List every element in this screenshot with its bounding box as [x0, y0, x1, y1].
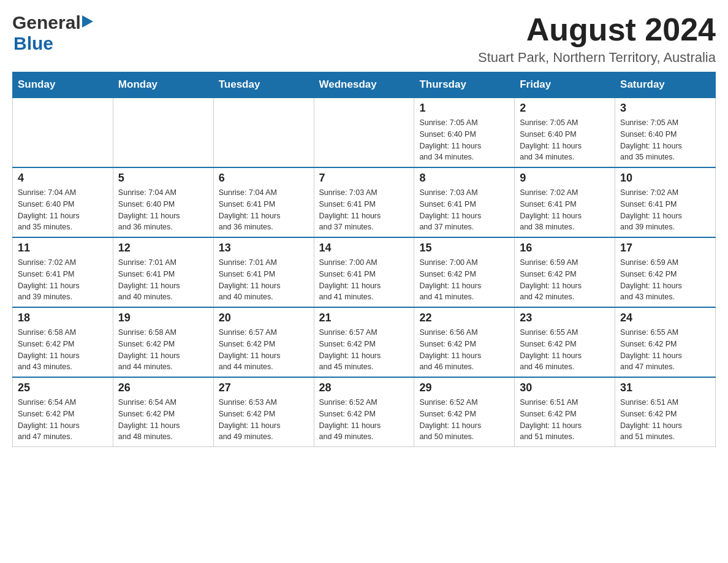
day-number: 18 [18, 312, 108, 324]
calendar-day-17: 17Sunrise: 6:59 AMSunset: 6:42 PMDayligh… [615, 237, 716, 307]
calendar-day-10: 10Sunrise: 7:02 AMSunset: 6:41 PMDayligh… [615, 167, 716, 237]
calendar-day-5: 5Sunrise: 7:04 AMSunset: 6:40 PMDaylight… [113, 167, 213, 237]
calendar-header-friday: Friday [515, 72, 615, 98]
day-info: Sunrise: 6:54 AMSunset: 6:42 PMDaylight:… [118, 397, 208, 443]
day-number: 19 [118, 312, 208, 324]
day-info: Sunrise: 6:51 AMSunset: 6:42 PMDaylight:… [620, 397, 710, 443]
calendar-day-29: 29Sunrise: 6:52 AMSunset: 6:42 PMDayligh… [414, 377, 515, 447]
day-info: Sunrise: 6:51 AMSunset: 6:42 PMDaylight:… [520, 397, 610, 443]
calendar-day-7: 7Sunrise: 7:03 AMSunset: 6:41 PMDaylight… [314, 167, 414, 237]
day-info: Sunrise: 7:01 AMSunset: 6:41 PMDaylight:… [219, 257, 309, 303]
day-number: 12 [118, 242, 208, 255]
day-number: 16 [520, 242, 610, 255]
calendar-day-28: 28Sunrise: 6:52 AMSunset: 6:42 PMDayligh… [314, 377, 414, 447]
calendar-week-3: 11Sunrise: 7:02 AMSunset: 6:41 PMDayligh… [13, 237, 716, 307]
day-info: Sunrise: 6:59 AMSunset: 6:42 PMDaylight:… [520, 257, 610, 303]
day-number: 9 [520, 172, 610, 185]
calendar-day-empty-0-0 [13, 98, 113, 167]
day-info: Sunrise: 6:57 AMSunset: 6:42 PMDaylight:… [219, 327, 309, 373]
calendar-header-sunday: Sunday [13, 72, 113, 98]
day-number: 31 [620, 381, 710, 394]
day-number: 13 [219, 242, 309, 255]
day-info: Sunrise: 6:52 AMSunset: 6:42 PMDaylight:… [319, 397, 409, 443]
calendar-header-monday: Monday [113, 72, 213, 98]
calendar-day-15: 15Sunrise: 7:00 AMSunset: 6:42 PMDayligh… [414, 237, 515, 307]
calendar-header-saturday: Saturday [615, 72, 716, 98]
day-number: 11 [18, 242, 108, 255]
month-title: August 2024 [478, 12, 716, 47]
day-number: 27 [219, 381, 309, 394]
location-title: Stuart Park, Northern Territory, Austral… [478, 50, 716, 66]
logo: General Blue [12, 12, 93, 54]
day-info: Sunrise: 6:55 AMSunset: 6:42 PMDaylight:… [620, 327, 710, 373]
calendar-day-1: 1Sunrise: 7:05 AMSunset: 6:40 PMDaylight… [414, 98, 515, 167]
day-number: 14 [319, 242, 409, 255]
calendar-day-9: 9Sunrise: 7:02 AMSunset: 6:41 PMDaylight… [515, 167, 615, 237]
day-info: Sunrise: 7:04 AMSunset: 6:40 PMDaylight:… [118, 187, 208, 233]
calendar-week-2: 4Sunrise: 7:04 AMSunset: 6:40 PMDaylight… [13, 167, 716, 237]
logo-blue-text: Blue [13, 33, 53, 54]
day-info: Sunrise: 7:05 AMSunset: 6:40 PMDaylight:… [620, 117, 710, 163]
day-info: Sunrise: 7:02 AMSunset: 6:41 PMDaylight:… [18, 257, 108, 303]
calendar-day-8: 8Sunrise: 7:03 AMSunset: 6:41 PMDaylight… [414, 167, 515, 237]
day-info: Sunrise: 6:57 AMSunset: 6:42 PMDaylight:… [319, 327, 409, 373]
calendar-day-11: 11Sunrise: 7:02 AMSunset: 6:41 PMDayligh… [13, 237, 113, 307]
day-number: 3 [620, 102, 710, 115]
day-number: 23 [520, 312, 610, 324]
day-info: Sunrise: 6:58 AMSunset: 6:42 PMDaylight:… [118, 327, 208, 373]
day-number: 25 [18, 381, 108, 394]
day-info: Sunrise: 7:03 AMSunset: 6:41 PMDaylight:… [319, 187, 409, 233]
day-info: Sunrise: 6:58 AMSunset: 6:42 PMDaylight:… [18, 327, 108, 373]
day-number: 10 [620, 172, 710, 185]
day-info: Sunrise: 7:03 AMSunset: 6:41 PMDaylight:… [419, 187, 509, 233]
calendar-day-12: 12Sunrise: 7:01 AMSunset: 6:41 PMDayligh… [113, 237, 213, 307]
calendar-day-14: 14Sunrise: 7:00 AMSunset: 6:41 PMDayligh… [314, 237, 414, 307]
logo-general-text: General [12, 12, 81, 33]
calendar-day-27: 27Sunrise: 6:53 AMSunset: 6:42 PMDayligh… [213, 377, 314, 447]
day-number: 21 [319, 312, 409, 324]
day-number: 8 [419, 172, 509, 185]
calendar-week-1: 1Sunrise: 7:05 AMSunset: 6:40 PMDaylight… [13, 98, 716, 167]
calendar-day-empty-0-1 [113, 98, 213, 167]
calendar-day-empty-0-2 [213, 98, 314, 167]
calendar-day-21: 21Sunrise: 6:57 AMSunset: 6:42 PMDayligh… [314, 307, 414, 377]
calendar-day-30: 30Sunrise: 6:51 AMSunset: 6:42 PMDayligh… [515, 377, 615, 447]
svg-marker-0 [82, 15, 93, 28]
calendar-day-26: 26Sunrise: 6:54 AMSunset: 6:42 PMDayligh… [113, 377, 213, 447]
calendar-day-18: 18Sunrise: 6:58 AMSunset: 6:42 PMDayligh… [13, 307, 113, 377]
day-info: Sunrise: 7:00 AMSunset: 6:42 PMDaylight:… [419, 257, 509, 303]
day-info: Sunrise: 6:56 AMSunset: 6:42 PMDaylight:… [419, 327, 509, 373]
calendar-day-25: 25Sunrise: 6:54 AMSunset: 6:42 PMDayligh… [13, 377, 113, 447]
calendar-day-20: 20Sunrise: 6:57 AMSunset: 6:42 PMDayligh… [213, 307, 314, 377]
logo-arrow-icon [82, 15, 93, 30]
calendar-header-wednesday: Wednesday [314, 72, 414, 98]
day-info: Sunrise: 7:05 AMSunset: 6:40 PMDaylight:… [520, 117, 610, 163]
day-number: 30 [520, 381, 610, 394]
day-info: Sunrise: 7:02 AMSunset: 6:41 PMDaylight:… [520, 187, 610, 233]
calendar-day-3: 3Sunrise: 7:05 AMSunset: 6:40 PMDaylight… [615, 98, 716, 167]
calendar-header-thursday: Thursday [414, 72, 515, 98]
day-info: Sunrise: 7:05 AMSunset: 6:40 PMDaylight:… [419, 117, 509, 163]
day-number: 4 [18, 172, 108, 185]
day-info: Sunrise: 7:04 AMSunset: 6:41 PMDaylight:… [219, 187, 309, 233]
calendar-header-tuesday: Tuesday [213, 72, 314, 98]
day-number: 17 [620, 242, 710, 255]
day-number: 2 [520, 102, 610, 115]
day-info: Sunrise: 6:53 AMSunset: 6:42 PMDaylight:… [219, 397, 309, 443]
calendar-day-13: 13Sunrise: 7:01 AMSunset: 6:41 PMDayligh… [213, 237, 314, 307]
day-number: 7 [319, 172, 409, 185]
day-number: 22 [419, 312, 509, 324]
day-number: 28 [319, 381, 409, 394]
day-number: 29 [419, 381, 509, 394]
day-info: Sunrise: 7:00 AMSunset: 6:41 PMDaylight:… [319, 257, 409, 303]
day-info: Sunrise: 6:54 AMSunset: 6:42 PMDaylight:… [18, 397, 108, 443]
calendar-table: SundayMondayTuesdayWednesdayThursdayFrid… [12, 72, 716, 447]
calendar-day-22: 22Sunrise: 6:56 AMSunset: 6:42 PMDayligh… [414, 307, 515, 377]
day-info: Sunrise: 7:04 AMSunset: 6:40 PMDaylight:… [18, 187, 108, 233]
day-number: 26 [118, 381, 208, 394]
calendar-week-5: 25Sunrise: 6:54 AMSunset: 6:42 PMDayligh… [13, 377, 716, 447]
day-info: Sunrise: 6:59 AMSunset: 6:42 PMDaylight:… [620, 257, 710, 303]
day-info: Sunrise: 6:52 AMSunset: 6:42 PMDaylight:… [419, 397, 509, 443]
day-number: 5 [118, 172, 208, 185]
calendar-day-6: 6Sunrise: 7:04 AMSunset: 6:41 PMDaylight… [213, 167, 314, 237]
